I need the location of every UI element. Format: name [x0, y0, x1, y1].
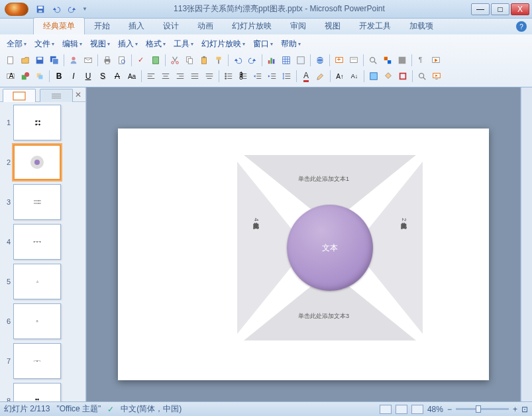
underline-icon[interactable]: U	[81, 70, 95, 83]
print-icon[interactable]	[101, 54, 114, 67]
diagram-label-top[interactable]: 单击此处添加文本1	[298, 175, 349, 183]
zoom-icon[interactable]	[366, 54, 380, 67]
menu-file[interactable]: 文件▾	[32, 37, 57, 51]
research-icon[interactable]	[149, 54, 162, 67]
slideshow-view-button[interactable]	[411, 405, 423, 414]
run-icon[interactable]	[429, 54, 443, 67]
permission-icon[interactable]	[67, 54, 80, 67]
vertical-scrollbar[interactable]	[521, 87, 532, 416]
copy-icon[interactable]	[183, 54, 196, 67]
save-icon[interactable]	[33, 54, 46, 67]
thumbnail-slide[interactable]: ▭▭▭▭▭▭	[13, 184, 61, 220]
undo-icon[interactable]	[50, 3, 62, 15]
chart-icon[interactable]	[265, 54, 278, 67]
new-icon[interactable]	[4, 54, 17, 67]
align-right-icon[interactable]	[174, 70, 187, 83]
slide-canvas[interactable]: 单击此处添加文本1 单击此处添加文本3 单击此处添加文本4 单击此处添加文本2 …	[118, 129, 489, 380]
diagram-center-circle[interactable]: 文本	[287, 205, 373, 291]
spell-check-icon[interactable]: ✓	[107, 405, 114, 414]
undo-icon[interactable]	[231, 54, 244, 67]
diagram[interactable]: 单击此处添加文本1 单击此处添加文本3 单击此处添加文本4 单击此处添加文本2 …	[237, 155, 423, 340]
grayscale-icon[interactable]	[396, 54, 409, 67]
table-icon[interactable]	[280, 54, 293, 67]
office-button[interactable]	[3, 1, 30, 17]
tab-addins[interactable]: 加载项	[400, 18, 443, 34]
zoom-level[interactable]: 48%	[427, 405, 443, 414]
close-panel-icon[interactable]: ✕	[75, 90, 81, 101]
thumbnail-slide[interactable]: △	[13, 264, 61, 299]
shape-outline-icon[interactable]	[396, 70, 409, 83]
align-center-icon[interactable]	[159, 70, 172, 83]
tab-home[interactable]: 开始	[85, 18, 119, 34]
close-button[interactable]: X	[511, 3, 529, 15]
show-hide-icon[interactable]: ¶	[415, 54, 428, 67]
increase-font-icon[interactable]: A↑	[333, 70, 346, 83]
decrease-font-icon[interactable]: A↓	[348, 70, 361, 83]
layout-icon[interactable]	[347, 54, 360, 67]
tab-slideshow[interactable]: 幻灯片放映	[223, 18, 281, 34]
zoom-in-button[interactable]: +	[513, 405, 517, 414]
tab-developer[interactable]: 开发工具	[350, 18, 400, 34]
text-box-icon[interactable]: A	[4, 70, 17, 83]
email-icon[interactable]	[81, 54, 95, 67]
shadow-icon[interactable]: S	[96, 70, 109, 83]
bullets-icon[interactable]	[222, 70, 235, 83]
thumbnail-slide[interactable]: ●─●─●	[13, 224, 61, 260]
slides-tab[interactable]	[3, 89, 36, 102]
strikethrough-icon[interactable]: A	[111, 70, 124, 83]
change-case-icon[interactable]: Aa	[125, 70, 138, 83]
fit-window-button[interactable]: ⊡	[521, 405, 528, 414]
menu-format[interactable]: 格式▾	[143, 37, 168, 51]
paste-icon[interactable]	[197, 54, 211, 67]
font-color-icon[interactable]: A	[299, 70, 313, 83]
diagram-label-right[interactable]: 单击此处添加文本2	[399, 218, 408, 221]
print-preview-icon[interactable]	[115, 54, 129, 67]
tab-design[interactable]: 设计	[154, 18, 188, 34]
sorter-view-button[interactable]	[396, 405, 407, 414]
open-icon[interactable]	[19, 54, 32, 67]
minimize-button[interactable]: —	[471, 3, 490, 15]
redo-icon[interactable]	[246, 54, 259, 67]
diagram-label-bottom[interactable]: 单击此处添加文本3	[298, 312, 349, 321]
tab-animate[interactable]: 动画	[188, 18, 223, 34]
menu-tools[interactable]: 工具▾	[171, 37, 196, 51]
distributed-icon[interactable]	[203, 70, 216, 83]
menu-window[interactable]: 窗口▾	[250, 37, 276, 51]
align-left-icon[interactable]	[144, 70, 158, 83]
thumbnail-slide[interactable]: ◆━◆◆━◆	[13, 105, 61, 140]
new-slide-icon[interactable]: +	[333, 54, 346, 67]
color-icon[interactable]	[381, 54, 394, 67]
language-status[interactable]: 中文(简体，中国)	[121, 403, 182, 415]
quick-styles-icon[interactable]	[367, 70, 380, 83]
shapes-icon[interactable]	[19, 70, 32, 83]
thumbnail-slide[interactable]	[13, 144, 61, 180]
outline-tab[interactable]	[40, 89, 73, 102]
highlight-icon[interactable]	[314, 70, 327, 83]
menu-view[interactable]: 视图▾	[87, 37, 113, 51]
slide-show-icon[interactable]	[430, 70, 443, 83]
diagram-label-left[interactable]: 单击此处添加文本4	[252, 218, 260, 221]
bold-icon[interactable]: B	[52, 70, 66, 83]
menu-help[interactable]: 帮助▾	[278, 37, 303, 51]
thumbnail-list[interactable]: 1◆━◆◆━◆ 2 3▭▭▭▭▭▭ 4●─●─● 5△ 6☕ 7○─●─○ 8◆…	[0, 102, 85, 416]
normal-view-button[interactable]	[380, 405, 392, 414]
help-icon[interactable]: ?	[516, 21, 527, 32]
decrease-indent-icon[interactable]	[251, 70, 264, 83]
tab-insert[interactable]: 插入	[119, 18, 154, 34]
tab-review[interactable]: 审阅	[281, 18, 315, 34]
hyperlink-icon[interactable]	[313, 54, 327, 67]
tab-view[interactable]: 视图	[315, 18, 350, 34]
slide-editor[interactable]: 单击此处添加文本1 单击此处添加文本3 单击此处添加文本4 单击此处添加文本2 …	[86, 87, 521, 416]
menu-all[interactable]: 全部▾	[4, 37, 29, 51]
justify-icon[interactable]	[188, 70, 201, 83]
zoom-out-button[interactable]: −	[447, 405, 452, 414]
increase-indent-icon[interactable]	[266, 70, 279, 83]
find-icon[interactable]	[415, 70, 429, 83]
italic-icon[interactable]: I	[67, 70, 80, 83]
menu-edit[interactable]: 编辑▾	[60, 37, 85, 51]
line-spacing-icon[interactable]	[280, 70, 293, 83]
menu-insert[interactable]: 插入▾	[115, 37, 140, 51]
cut-icon[interactable]	[168, 54, 182, 67]
thumbnail-slide[interactable]: ☕	[13, 303, 61, 339]
format-painter-icon[interactable]	[212, 54, 225, 67]
